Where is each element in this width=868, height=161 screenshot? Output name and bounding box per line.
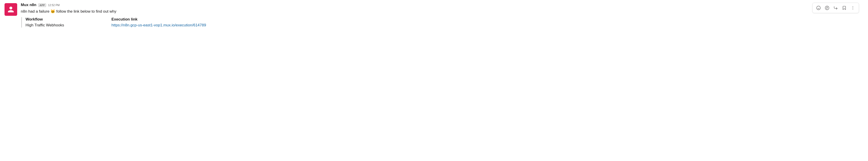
svg-point-6 [852, 9, 853, 10]
more-actions-icon [850, 6, 855, 10]
bookmark-icon [842, 6, 846, 10]
bookmark-button[interactable] [840, 4, 848, 12]
app-badge: APP [38, 3, 46, 7]
execution-link-value[interactable]: https://n8n.gcp-us-east1-vop1.mux.io/exe… [112, 23, 206, 28]
svg-point-0 [817, 6, 820, 10]
avatar-area [4, 3, 21, 158]
message-container: Mux n8n APP 12:52 PM n8n had a failure 🐱… [0, 0, 868, 161]
emoji-reaction-button[interactable] [814, 4, 823, 12]
cat-emoji: 🐱 [51, 9, 55, 13]
svg-point-4 [852, 6, 853, 7]
timestamp: 12:52 PM [48, 4, 59, 7]
workflow-header: Workflow [26, 17, 112, 22]
workflow-column: Workflow High Traffic Webhooks [26, 17, 112, 28]
message-header: Mux n8n APP 12:52 PM [21, 3, 864, 7]
execution-link-column: Execution link https://n8n.gcp-us-east1-… [112, 17, 206, 28]
more-actions-button[interactable] [849, 4, 857, 12]
forward-icon [833, 6, 838, 10]
message-toolbar [812, 3, 859, 13]
sender-name: Mux n8n [21, 3, 36, 7]
workflow-value: High Traffic Webhooks [26, 23, 112, 28]
execution-link-header: Execution link [112, 17, 206, 22]
reply-in-thread-button[interactable] [823, 4, 831, 12]
avatar [4, 3, 17, 16]
forward-button[interactable] [832, 4, 840, 12]
reply-thread-icon [825, 6, 829, 10]
attachment-columns: Workflow High Traffic Webhooks Execution… [26, 17, 206, 28]
message-body: Mux n8n APP 12:52 PM n8n had a failure 🐱… [21, 3, 864, 158]
svg-point-5 [852, 8, 853, 8]
message-text: n8n had a failure 🐱 follow the link belo… [21, 8, 864, 14]
avatar-icon [7, 6, 14, 13]
attachment-card: Workflow High Traffic Webhooks Execution… [21, 17, 864, 28]
emoji-icon [816, 6, 821, 10]
